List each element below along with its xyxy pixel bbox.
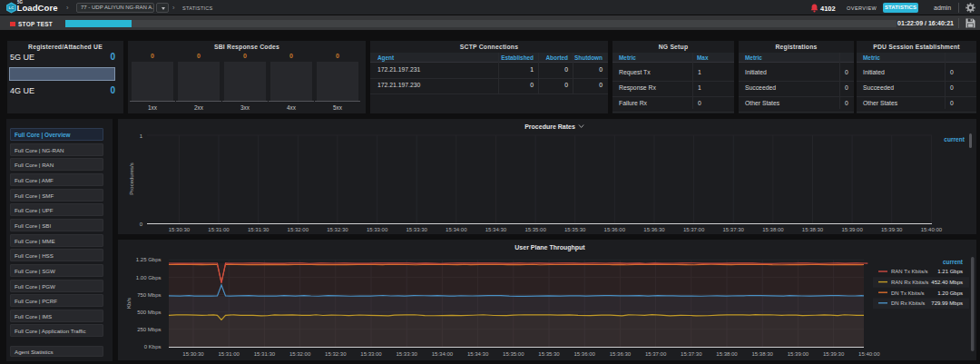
svg-text:15:39:00: 15:39:00 — [841, 227, 863, 232]
svg-text:15:30:30: 15:30:30 — [169, 227, 191, 232]
svg-text:15:33:30: 15:33:30 — [407, 227, 428, 232]
svg-text:15:32:00: 15:32:00 — [289, 351, 311, 357]
svg-text:15:37:30: 15:37:30 — [723, 227, 745, 232]
svg-text:Procedure Rates: Procedure Rates — [524, 123, 575, 130]
svg-text:1.20 Gbps: 1.20 Gbps — [937, 290, 963, 296]
svg-text:0 Kbps: 0 Kbps — [144, 344, 162, 349]
svg-text:0: 0 — [140, 221, 143, 227]
svg-text:500 Mbps: 500 Mbps — [137, 310, 161, 315]
svg-text:current: current — [943, 259, 964, 265]
svg-text:15:34:30: 15:34:30 — [467, 351, 489, 357]
svg-text:15:38:00: 15:38:00 — [762, 227, 784, 232]
svg-text:current: current — [944, 136, 965, 143]
svg-text:15:33:00: 15:33:00 — [360, 351, 382, 357]
svg-text:15:39:30: 15:39:30 — [823, 351, 845, 357]
svg-text:15:35:30: 15:35:30 — [564, 227, 586, 232]
svg-text:15:36:00: 15:36:00 — [574, 351, 596, 357]
svg-text:15:36:30: 15:36:30 — [643, 227, 665, 232]
svg-text:750 Mbps: 750 Mbps — [137, 292, 161, 298]
svg-text:15:32:30: 15:32:30 — [327, 227, 348, 232]
svg-text:DN Tx Kbits/s: DN Tx Kbits/s — [891, 290, 925, 296]
svg-text:LC: LC — [9, 5, 15, 10]
svg-text:15:37:00: 15:37:00 — [645, 351, 667, 357]
svg-text:RAN Tx Kbits/s: RAN Tx Kbits/s — [891, 269, 928, 274]
svg-text:15:40:00: 15:40:00 — [921, 227, 943, 232]
svg-text:15:33:30: 15:33:30 — [397, 351, 418, 357]
svg-text:15:31:30: 15:31:30 — [254, 351, 276, 357]
svg-text:15:30:30: 15:30:30 — [182, 351, 204, 357]
svg-text:15:39:00: 15:39:00 — [788, 351, 809, 357]
svg-text:User Plane Throughput: User Plane Throughput — [514, 244, 585, 251]
svg-text:1.00 Gbps: 1.00 Gbps — [136, 275, 162, 280]
svg-text:15:39:30: 15:39:30 — [881, 227, 903, 232]
svg-text:15:32:00: 15:32:00 — [288, 227, 309, 232]
svg-text:15:37:30: 15:37:30 — [681, 351, 702, 357]
svg-text:15:37:00: 15:37:00 — [683, 227, 705, 232]
svg-text:15:31:00: 15:31:00 — [208, 227, 230, 232]
svg-text:15:40:00: 15:40:00 — [858, 351, 880, 357]
svg-text:729.99 Mbps: 729.99 Mbps — [931, 300, 963, 306]
svg-text:1.21 Gbps: 1.21 Gbps — [937, 269, 963, 274]
svg-text:15:32:30: 15:32:30 — [325, 351, 347, 357]
svg-text:Procedures/s: Procedures/s — [129, 162, 134, 194]
svg-text:15:38:00: 15:38:00 — [716, 351, 738, 357]
svg-text:1.25 Gbps: 1.25 Gbps — [136, 257, 162, 262]
svg-text:15:31:00: 15:31:00 — [219, 351, 240, 357]
svg-text:DN Rx Kbits/s: DN Rx Kbits/s — [891, 300, 925, 306]
svg-text:15:35:00: 15:35:00 — [524, 227, 546, 232]
svg-text:15:35:30: 15:35:30 — [538, 351, 560, 357]
svg-text:452.40 Mbps: 452.40 Mbps — [931, 280, 963, 285]
svg-text:15:34:30: 15:34:30 — [485, 227, 507, 232]
svg-text:15:33:00: 15:33:00 — [367, 227, 388, 232]
svg-text:15:36:30: 15:36:30 — [610, 351, 632, 357]
svg-text:15:31:30: 15:31:30 — [248, 227, 270, 232]
svg-text:15:34:00: 15:34:00 — [432, 351, 454, 357]
svg-text:1: 1 — [140, 133, 143, 139]
svg-text:RAN Rx Kbits/s: RAN Rx Kbits/s — [891, 280, 928, 285]
svg-text:250 Mbps: 250 Mbps — [137, 327, 161, 332]
svg-text:15:34:00: 15:34:00 — [446, 227, 467, 232]
svg-text:Kb/s: Kb/s — [126, 298, 132, 309]
svg-text:15:36:00: 15:36:00 — [604, 227, 626, 232]
svg-text:15:38:30: 15:38:30 — [752, 351, 774, 357]
svg-text:15:35:00: 15:35:00 — [503, 351, 524, 357]
svg-text:15:38:30: 15:38:30 — [802, 227, 824, 232]
